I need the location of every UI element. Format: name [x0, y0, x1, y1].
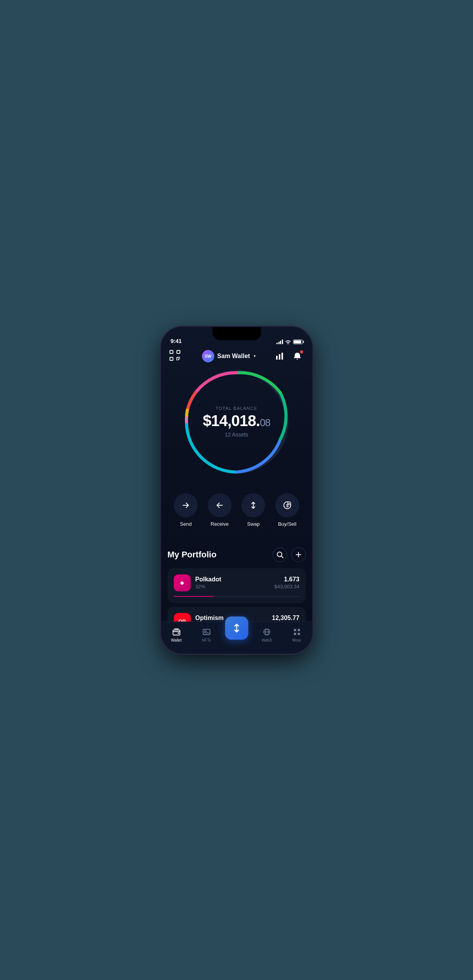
polkadot-logo: [174, 574, 191, 591]
svg-rect-31: [294, 633, 296, 635]
receive-icon: [215, 501, 224, 510]
svg-rect-0: [170, 350, 173, 353]
svg-rect-8: [279, 354, 280, 360]
balance-content: TOTAL BALANCE $14,018.08 12 Assets: [203, 406, 270, 438]
svg-rect-2: [170, 357, 173, 360]
nav-web3[interactable]: Web3: [252, 626, 282, 642]
portfolio-header: My Portfolio: [168, 547, 306, 562]
svg-point-17: [277, 552, 282, 557]
search-icon: [276, 551, 283, 558]
swap-center-icon: [231, 623, 242, 634]
svg-rect-7: [276, 356, 278, 360]
polkadot-progress-fill: [174, 596, 214, 597]
polkadot-amount: 1.673: [274, 576, 299, 583]
buysell-label: Buy/Sell: [278, 521, 297, 527]
polkadot-percent: 32%: [195, 584, 270, 589]
asset-row-polkadot: Polkadot 32% 1.673 $43,003.34: [174, 574, 300, 591]
swap-center-button[interactable]: [225, 617, 248, 640]
status-time: 9:41: [171, 338, 182, 344]
action-buttons: Send Receive: [161, 493, 312, 527]
polkadot-usd: $43,003.34: [274, 584, 299, 589]
nav-wallet[interactable]: Wallet: [161, 626, 192, 642]
more-nav-icon: [292, 627, 302, 637]
wallet-nav-label: Wallet: [171, 638, 181, 642]
receive-label: Receive: [210, 521, 229, 527]
balance-label: TOTAL BALANCE: [203, 406, 270, 411]
scan-icon: [169, 350, 181, 361]
svg-rect-22: [178, 632, 179, 634]
bottom-nav: Wallet NFTs: [161, 622, 312, 653]
wifi-icon: [285, 340, 291, 344]
balance-circle: TOTAL BALANCE $14,018.08 12 Assets: [181, 366, 293, 478]
send-icon-circle: [174, 493, 198, 517]
buysell-icon-circle: $: [275, 493, 299, 517]
nav-center: [222, 617, 252, 640]
nfts-nav-label: NFTs: [202, 638, 211, 642]
nfts-nav-icon: [202, 627, 211, 637]
receive-button[interactable]: Receive: [208, 493, 232, 527]
phone-screen: 9:41: [161, 327, 312, 653]
bell-button[interactable]: [291, 350, 304, 363]
notification-badge: [300, 350, 303, 353]
svg-rect-23: [203, 629, 210, 635]
receive-icon-circle: [208, 493, 232, 517]
polkadot-progress-bar: [174, 596, 300, 597]
wallet-selector[interactable]: SW Sam Wallet ▾: [202, 350, 256, 362]
web3-nav-label: Web3: [262, 638, 272, 642]
send-label: Send: [180, 521, 192, 527]
chart-button[interactable]: [273, 350, 286, 363]
status-icons: [276, 340, 303, 344]
swap-label: Swap: [247, 521, 260, 527]
battery-icon: [293, 340, 303, 344]
svg-rect-21: [173, 630, 180, 635]
scan-button[interactable]: [169, 350, 185, 363]
buysell-icon: $: [283, 501, 292, 510]
optimism-amount: 12,305.77: [272, 615, 299, 622]
header-right-actions: [273, 350, 304, 363]
avatar: SW: [202, 350, 214, 362]
chart-icon: [275, 352, 284, 360]
web3-nav-icon: [262, 627, 271, 637]
app-header: SW Sam Wallet ▾: [161, 346, 312, 366]
svg-rect-1: [177, 350, 180, 353]
swap-icon-circle: [241, 493, 265, 517]
svg-rect-32: [298, 633, 300, 635]
polkadot-info: Polkadot 32%: [195, 576, 270, 589]
swap-button[interactable]: Swap: [241, 493, 265, 527]
balance-cents: 08: [260, 417, 270, 428]
svg-rect-9: [281, 353, 283, 360]
balance-amount: $14,018.08: [203, 412, 270, 429]
portfolio-search-button[interactable]: [273, 547, 287, 562]
assets-count: 12 Assets: [203, 431, 270, 438]
portfolio-actions: [273, 547, 306, 562]
notch: [212, 327, 261, 340]
svg-line-18: [281, 556, 283, 558]
swap-icon: [249, 501, 258, 510]
send-button[interactable]: Send: [174, 493, 198, 527]
polkadot-values: 1.673 $43,003.34: [274, 576, 299, 589]
phone-frame: 9:41: [161, 327, 312, 653]
balance-section: TOTAL BALANCE $14,018.08 12 Assets: [181, 366, 293, 478]
svg-rect-30: [298, 629, 300, 631]
nav-more[interactable]: More: [282, 626, 312, 642]
signal-icon: [276, 340, 283, 344]
portfolio-title: My Portfolio: [168, 550, 217, 560]
polkadot-name: Polkadot: [195, 576, 270, 583]
portfolio-add-button[interactable]: [291, 547, 306, 562]
send-icon: [181, 501, 190, 510]
svg-rect-29: [294, 629, 296, 631]
balance-whole: $14,018.: [203, 412, 260, 429]
buysell-button[interactable]: $ Buy/Sell: [275, 493, 299, 527]
nav-nfts[interactable]: NFTs: [192, 626, 222, 642]
wallet-nav-icon: [172, 627, 181, 637]
asset-card-polkadot[interactable]: Polkadot 32% 1.673 $43,003.34: [168, 568, 306, 603]
chevron-down-icon: ▾: [254, 354, 256, 358]
wallet-name: Sam Wallet: [217, 353, 250, 360]
more-nav-label: More: [292, 638, 301, 642]
add-icon: [295, 551, 302, 558]
